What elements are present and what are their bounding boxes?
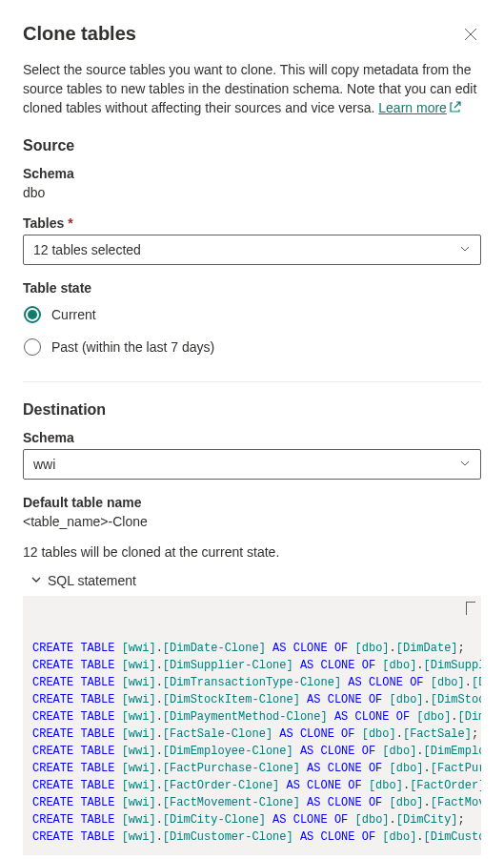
radio-on-icon xyxy=(23,305,42,324)
clone-status-text: 12 tables will be cloned at the current … xyxy=(23,544,481,560)
sql-line: CREATE TABLE [wwi].[DimSupplier-Clone] A… xyxy=(32,657,472,674)
sql-code-block: CREATE TABLE [wwi].[DimDate-Clone] AS CL… xyxy=(23,596,481,855)
source-schema-label: Schema xyxy=(23,166,481,181)
destination-heading: Destination xyxy=(23,401,481,419)
sql-line: CREATE TABLE [wwi].[DimDate-Clone] AS CL… xyxy=(32,640,472,657)
tables-dropdown[interactable]: 12 tables selected xyxy=(23,235,481,265)
sql-line: CREATE TABLE [wwi].[FactSale-Clone] AS C… xyxy=(32,726,472,743)
sql-line: CREATE TABLE [wwi].[FactMovement-Clone] … xyxy=(32,794,472,811)
dest-schema-dropdown[interactable]: wwi xyxy=(23,449,481,480)
radio-off-icon xyxy=(23,337,42,357)
chevron-down-icon xyxy=(459,457,471,472)
close-icon[interactable] xyxy=(460,24,481,45)
divider xyxy=(23,381,481,382)
sql-line: CREATE TABLE [wwi].[DimStockItem-Clone] … xyxy=(32,691,472,708)
radio-past-label: Past (within the last 7 days) xyxy=(51,339,214,355)
source-heading: Source xyxy=(23,137,481,154)
source-schema-value: dbo xyxy=(23,185,481,200)
copy-icon[interactable] xyxy=(466,602,475,615)
table-state-label: Table state xyxy=(23,280,481,296)
dialog-description: Select the source tables you want to clo… xyxy=(23,60,481,118)
sql-line: CREATE TABLE [wwi].[DimTransactionType-C… xyxy=(32,674,472,691)
sql-line: CREATE TABLE [wwi].[DimPaymentMethod-Clo… xyxy=(32,708,472,726)
dest-schema-value: wwi xyxy=(33,457,55,472)
dialog-title: Clone tables xyxy=(23,23,136,45)
sql-line: CREATE TABLE [wwi].[DimCity-Clone] AS CL… xyxy=(32,811,472,828)
tables-label: Tables * xyxy=(23,215,481,231)
sql-line: CREATE TABLE [wwi].[DimCustomer-Clone] A… xyxy=(32,828,472,846)
sql-line: CREATE TABLE [wwi].[FactPurchase-Clone] … xyxy=(32,760,472,777)
chevron-down-icon xyxy=(459,242,471,257)
open-external-icon xyxy=(449,99,462,118)
chevron-down-icon xyxy=(30,573,42,588)
default-table-name-label: Default table name xyxy=(23,495,481,510)
tables-dropdown-value: 12 tables selected xyxy=(33,242,141,257)
radio-past[interactable]: Past (within the last 7 days) xyxy=(23,332,481,362)
sql-line: CREATE TABLE [wwi].[FactOrder-Clone] AS … xyxy=(32,777,472,794)
dest-schema-label: Schema xyxy=(23,430,481,445)
default-table-name-value: <table_name>-Clone xyxy=(23,514,481,529)
radio-current-label: Current xyxy=(51,307,96,322)
radio-current[interactable]: Current xyxy=(23,299,481,330)
sql-expander-label: SQL statement xyxy=(48,573,136,588)
sql-statement-expander[interactable]: SQL statement xyxy=(30,573,481,588)
sql-line: CREATE TABLE [wwi].[DimEmployee-Clone] A… xyxy=(32,743,472,760)
learn-more-link[interactable]: Learn more xyxy=(378,100,447,115)
